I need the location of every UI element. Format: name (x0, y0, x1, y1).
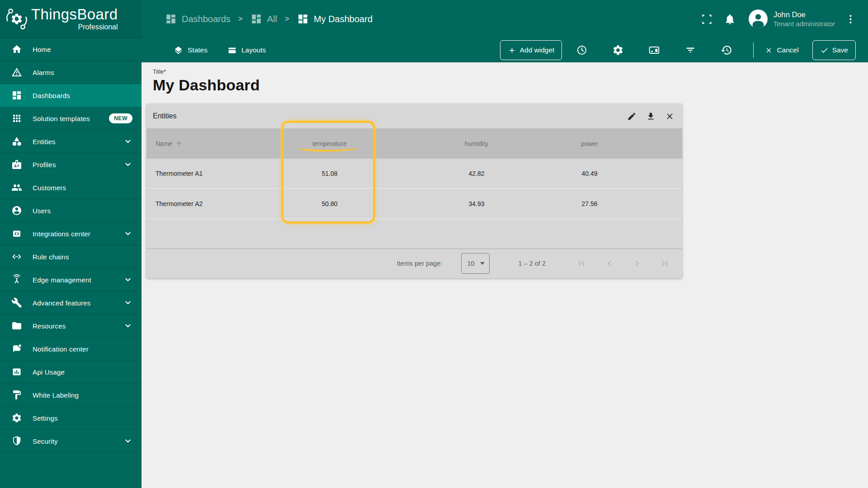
app-logo[interactable]: ThingsBoard Professional (0, 0, 142, 38)
sidebar-item-rule-chains[interactable]: Rule chains (0, 245, 142, 268)
dashboards-icon (297, 13, 309, 25)
download-icon[interactable] (646, 112, 656, 121)
chat-unread-icon (11, 343, 22, 354)
entities-widget: Entities Name temperature humidity power… (146, 104, 682, 278)
new-badge: NEW (109, 113, 132, 123)
sidebar-item-profiles[interactable]: Profiles (0, 153, 142, 176)
breadcrumb-my-dashboard[interactable]: My Dashboard (297, 13, 373, 25)
sidebar-item-security[interactable]: Security (0, 430, 142, 453)
sidebar-item-solution-templates[interactable]: Solution templates NEW (0, 107, 142, 130)
table-pagination: Items per page: 10 1 – 2 of 2 (146, 249, 682, 278)
bar-chart-icon (11, 366, 22, 377)
sidebar-item-integrations-center[interactable]: Integrations center (0, 222, 142, 245)
breadcrumb: Dashboards > All > My Dashboard (165, 13, 373, 25)
people-icon (11, 182, 22, 193)
edit-pencil-icon[interactable] (627, 112, 637, 121)
cell-power: 27.56 (576, 200, 603, 207)
add-widget-button[interactable]: Add widget (500, 40, 562, 60)
layouts-button[interactable]: Layouts (227, 46, 266, 55)
items-per-page-select[interactable]: 10 (461, 253, 490, 274)
notifications-bell-icon[interactable] (724, 13, 736, 25)
toolbar-divider (753, 42, 754, 58)
column-header-power[interactable]: power (576, 140, 603, 147)
cell-temperature: 51.08 (282, 170, 377, 177)
table-header-row: Name temperature humidity power (146, 128, 682, 159)
fullscreen-icon[interactable] (701, 13, 713, 25)
app-logo-text: ThingsBoard Professional (31, 7, 118, 31)
check-icon (820, 46, 829, 55)
column-header-temperature[interactable]: temperature (282, 140, 377, 147)
breadcrumb-dashboards[interactable]: Dashboards (165, 13, 231, 25)
user-menu[interactable]: John Doe Tenant administrator (774, 10, 835, 28)
select-caret-icon (480, 262, 485, 265)
layouts-icon (227, 46, 237, 55)
wrench-icon (11, 297, 22, 308)
table-row[interactable]: Thermometer A1 51.08 42.82 40.49 (146, 159, 682, 189)
sidebar-item-home[interactable]: Home (0, 38, 142, 61)
table-empty-area (146, 219, 682, 249)
gear-icon (11, 413, 22, 423)
sidebar-item-users[interactable]: Users (0, 199, 142, 222)
sidebar-item-alarms[interactable]: Alarms (0, 61, 142, 84)
first-page-icon[interactable] (576, 258, 587, 269)
chevron-down-icon (123, 229, 132, 238)
home-icon (11, 44, 22, 55)
column-header-name[interactable]: Name (146, 140, 282, 147)
time-window-icon[interactable] (576, 44, 588, 56)
dashboard-settings-gear-icon[interactable] (612, 44, 624, 56)
apps-grid-icon (11, 113, 22, 124)
sidebar-item-notification-center[interactable]: Notification center (0, 338, 142, 361)
dashboard-content: Title* My Dashboard Entities Name temper… (142, 62, 868, 488)
close-icon (765, 47, 773, 54)
plus-icon (508, 46, 516, 55)
column-header-humidity[interactable]: humidity (377, 140, 576, 147)
sidebar-item-resources[interactable]: Resources (0, 314, 142, 338)
pagination-range: 1 – 2 of 2 (519, 260, 546, 267)
chevron-down-icon (123, 298, 132, 307)
save-button[interactable]: Save (812, 40, 856, 60)
user-name: John Doe (774, 10, 835, 19)
sidebar-item-settings[interactable]: Settings (0, 407, 142, 430)
sidebar-item-advanced-features[interactable]: Advanced features (0, 291, 142, 314)
close-icon[interactable] (665, 112, 675, 121)
chevron-down-icon (123, 275, 132, 284)
warning-icon (11, 67, 22, 78)
version-control-history-icon[interactable] (721, 44, 732, 56)
page-title: My Dashboard (153, 76, 868, 94)
header-actions: John Doe Tenant administrator (701, 9, 856, 28)
chevron-down-icon (123, 436, 132, 446)
previous-page-icon[interactable] (604, 258, 615, 269)
category-icon (11, 136, 22, 147)
avatar[interactable] (749, 9, 768, 28)
sidebar-item-white-labeling[interactable]: White Labeling (0, 384, 142, 407)
sidebar-item-customers[interactable]: Customers (0, 176, 142, 199)
sidebar-item-entities[interactable]: Entities (0, 130, 142, 153)
cell-entity-name: Thermometer A1 (146, 170, 282, 177)
folder-icon (11, 320, 22, 331)
pagination-controls (576, 258, 670, 269)
app-name: ThingsBoard (31, 7, 118, 22)
breadcrumb-separator: > (285, 14, 289, 23)
thingsboard-logo-icon (4, 7, 30, 31)
items-per-page-label: Items per page: (397, 260, 443, 267)
sidebar-item-dashboards[interactable]: Dashboards (0, 84, 142, 107)
kebab-menu-icon[interactable] (845, 14, 856, 25)
breadcrumb-all[interactable]: All (250, 13, 277, 25)
entity-aliases-devices-icon[interactable] (648, 44, 660, 56)
states-button[interactable]: States (174, 46, 208, 55)
rule-chain-icon (11, 251, 22, 262)
cell-humidity: 42.82 (377, 170, 576, 177)
dashboards-icon (250, 13, 262, 25)
cancel-button[interactable]: Cancel (765, 46, 798, 54)
next-page-icon[interactable] (632, 258, 642, 269)
sidebar-item-edge-management[interactable]: Edge management (0, 268, 142, 291)
table-row[interactable]: Thermometer A2 50.80 34.93 27.56 (146, 189, 682, 219)
sidebar-item-api-usage[interactable]: Api Usage (0, 361, 142, 384)
filter-icon[interactable] (684, 44, 696, 56)
user-role: Tenant administrator (774, 19, 835, 28)
last-page-icon[interactable] (659, 258, 670, 269)
dashboards-icon (165, 13, 177, 25)
widget-header: Entities (146, 104, 682, 128)
dashboard-title-field[interactable]: Title* My Dashboard (142, 62, 868, 94)
chevron-down-icon (123, 321, 132, 330)
